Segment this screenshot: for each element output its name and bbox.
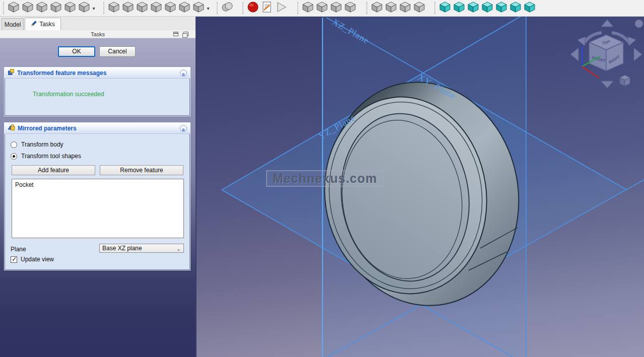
tab-model[interactable]: Model (2, 18, 24, 30)
toolbar-hole-button[interactable] (121, 1, 135, 15)
toolbar-view-left-button[interactable] (523, 1, 537, 15)
tasks-panel-titlebar: Tasks (0, 30, 196, 38)
toolbar-multi-transform-button[interactable] (412, 1, 426, 15)
section-transformed-feature-messages: Transformed feature messages Transformat… (4, 67, 190, 116)
open-macro-icon (261, 1, 273, 15)
toolbar-subtractive-pipe-button[interactable] (163, 1, 177, 15)
toolbar-chamfer-button[interactable] (315, 1, 329, 15)
cancel-button[interactable]: Cancel (99, 46, 136, 57)
pad-icon (8, 1, 20, 15)
multi-transform-icon (413, 1, 425, 15)
revolution-icon (22, 1, 34, 15)
section-mirrored-parameters: Mirrored parameters Transform body Trans… (4, 122, 190, 270)
toolbar-view-bottom-button[interactable] (508, 1, 523, 15)
update-view-checkbox[interactable]: ✓ (11, 256, 17, 263)
collapse-button[interactable] (180, 69, 187, 77)
nav-mini-cube[interactable] (620, 75, 630, 86)
section-title: Transformed feature messages (17, 69, 106, 77)
feature-list[interactable]: Pocket (12, 179, 184, 238)
view-left-icon (524, 1, 536, 15)
toolbar-group-transform (366, 1, 426, 15)
radio-circle[interactable] (11, 153, 17, 160)
record-macro-icon (247, 1, 259, 15)
toolbar-revolution-button[interactable] (21, 1, 35, 15)
3d-viewport[interactable]: XZ_Plane XY_Plane YZ_Plane (197, 17, 644, 357)
tab-tasks[interactable]: Tasks (25, 18, 61, 30)
draft-icon (330, 1, 342, 15)
toolbar-subtractive-helix-button[interactable] (177, 1, 191, 15)
remove-feature-button[interactable]: Remove feature (100, 165, 183, 175)
toolbar-axonometric-button[interactable] (438, 1, 452, 15)
toolbar-additive-loft-button[interactable] (35, 1, 49, 15)
ok-button[interactable]: OK (58, 46, 95, 57)
polar-pattern-icon (399, 1, 411, 15)
toolbar-subtractive-loft-button[interactable] (149, 1, 163, 15)
plane-label: Plane (11, 246, 26, 253)
toolbar-group-dressup (297, 1, 357, 15)
toolbar-mirrored-button[interactable] (370, 1, 384, 15)
dropdown-caret[interactable]: ▾ (91, 6, 96, 11)
add-feature-button[interactable]: Add feature (12, 165, 95, 175)
toolbar-fillet-button[interactable] (301, 1, 315, 15)
radio-transform-body[interactable]: Transform body (11, 141, 63, 148)
plane-combobox[interactable]: Base XZ plane ⌄ (99, 244, 184, 253)
dock-icon[interactable] (173, 32, 178, 36)
tasks-panel-title: Tasks (91, 31, 105, 37)
toolbar-record-macro-button[interactable] (246, 1, 260, 15)
toolbar-group-partdesign-additive: ▾ (3, 1, 96, 15)
toolbar-pocket-button[interactable] (107, 1, 121, 15)
additive-loft-icon (36, 1, 48, 15)
toolbar-view-right-button[interactable] (480, 1, 494, 15)
toolbar-view-top-button[interactable] (466, 1, 480, 15)
additive-primitive-icon (78, 1, 90, 15)
run-macro-icon (275, 1, 287, 15)
toolbar-additive-helix-button[interactable] (63, 1, 77, 15)
toolbar-draft-button[interactable] (329, 1, 343, 15)
groove-icon (136, 1, 148, 15)
main-toolbar: ▾▾ (0, 0, 644, 17)
toolbar-groove-button[interactable] (135, 1, 149, 15)
additive-helix-icon (64, 1, 76, 15)
toolbar-polar-pattern-button[interactable] (398, 1, 412, 15)
subtractive-helix-icon (178, 1, 190, 15)
radio-label: Transform tool shapes (21, 153, 81, 160)
toolbar-open-macro-button[interactable] (260, 1, 274, 15)
toolbar-group-standard-views (434, 1, 537, 15)
collapse-button[interactable] (180, 125, 187, 132)
section-header[interactable]: Transformed feature messages (5, 67, 190, 79)
feature-messages-icon (8, 68, 15, 78)
view-top-icon (467, 1, 479, 15)
toolbar-view-rear-button[interactable] (494, 1, 508, 15)
tab-tasks-label: Tasks (39, 21, 55, 28)
toolbar-linear-pattern-button[interactable] (384, 1, 398, 15)
radio-transform-tool-shapes[interactable]: Transform tool shapes (11, 153, 81, 160)
additive-pipe-icon (50, 1, 62, 15)
section-title: Mirrored parameters (18, 125, 77, 132)
toolbar-additive-primitive-button[interactable] (77, 1, 91, 15)
toolbar-view-front-button[interactable] (452, 1, 466, 15)
toolbar-boolean-button[interactable] (220, 1, 234, 15)
update-view-checkbox-row[interactable]: ✓ Update view (11, 256, 54, 263)
radio-circle[interactable] (11, 141, 17, 148)
toolbar-group-macro (242, 1, 288, 15)
toolbar-group-partdesign-subtractive: ▾ (103, 1, 211, 15)
tab-model-label: Model (5, 21, 21, 28)
toolbar-run-macro-button[interactable] (274, 1, 288, 15)
nav-circle-button[interactable] (635, 20, 643, 28)
view-rear-icon (495, 1, 507, 15)
toolbar-pad-button[interactable] (7, 1, 21, 15)
thickness-icon (344, 1, 356, 15)
linear-pattern-icon (385, 1, 397, 15)
fillet-icon (302, 1, 314, 15)
boolean-icon (221, 1, 233, 15)
list-item[interactable]: Pocket (15, 181, 180, 188)
dropdown-caret[interactable]: ▾ (206, 6, 211, 11)
toolbar-thickness-button[interactable] (343, 1, 357, 15)
dock-tab-bar: Model Tasks (0, 17, 196, 30)
watermark: Mechnexus.com (266, 170, 384, 187)
toolbar-subtractive-primitive-button[interactable] (191, 1, 206, 15)
section-header[interactable]: Mirrored parameters (5, 123, 190, 134)
float-icon[interactable] (183, 32, 188, 36)
toolbar-additive-pipe-button[interactable] (49, 1, 63, 15)
view-bottom-icon (509, 1, 522, 15)
